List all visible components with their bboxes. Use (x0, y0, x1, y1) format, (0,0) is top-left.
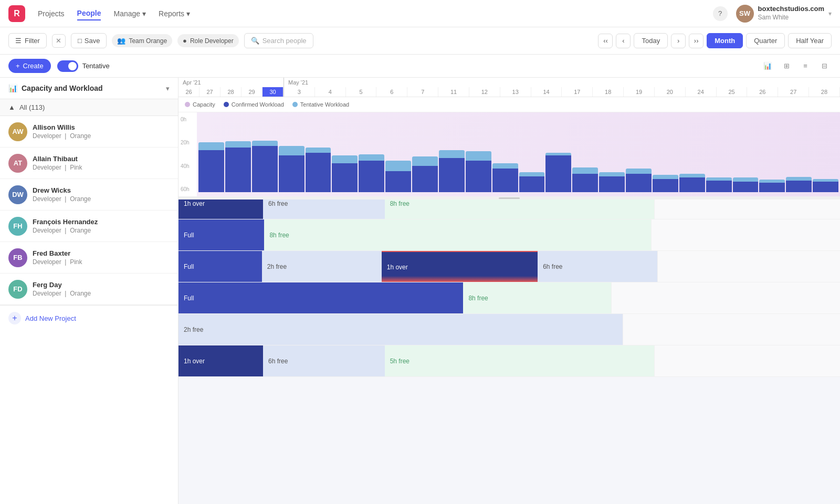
confirmed-bar-segment (733, 182, 759, 192)
segment-empty (651, 219, 840, 250)
person-star-button[interactable]: ☆ (142, 188, 155, 201)
person-star-button[interactable]: ☆ (142, 220, 155, 233)
chart-view-button[interactable]: 📊 (760, 59, 775, 74)
chart-bar (225, 141, 251, 192)
nav-people[interactable]: People (77, 7, 101, 20)
confirmed-bar-segment (385, 171, 411, 192)
chart-bar (412, 156, 438, 192)
help-button[interactable]: ? (713, 6, 728, 21)
chevron-down-icon: ▾ (142, 9, 146, 18)
person-expand-button[interactable]: ▾ (157, 157, 170, 170)
segment-free-green: 8h free (264, 219, 651, 250)
chart-bar (706, 177, 732, 192)
confirmed-bar-segment (225, 148, 251, 192)
person-expand-button[interactable]: ▾ (157, 251, 170, 264)
date-cell: 5 (346, 87, 377, 97)
date-cell: 12 (469, 87, 500, 97)
list-view-button[interactable]: ≡ (798, 59, 813, 74)
person-avatar: FB (8, 248, 27, 267)
save-button[interactable]: □ Save (71, 33, 107, 48)
tentative-bar-segment (412, 156, 438, 166)
role-filter-tag[interactable]: ● Role Developer (177, 34, 239, 47)
segment-full: Full (178, 219, 264, 250)
close-filter-button[interactable]: ✕ (52, 34, 66, 48)
person-row-ferg-day[interactable]: FD Ferg Day Developer | Orange ⋯ ☆ ▾ (0, 274, 178, 305)
prev-button[interactable]: ‹ (616, 34, 631, 48)
team-filter-tag[interactable]: 👥 Team Orange (112, 34, 172, 47)
person-more-button[interactable]: ⋯ (128, 188, 140, 201)
person-star-button[interactable]: ☆ (142, 283, 155, 296)
filter-button[interactable]: ☰ Filter (8, 33, 47, 48)
add-project-button[interactable]: + Add New Project (0, 305, 178, 331)
person-expand-button[interactable]: ▾ (157, 125, 170, 138)
person-row-allain-thibaut[interactable]: AT Allain Thibaut Developer | Pink ⋯ ☆ ▾ (0, 148, 178, 179)
nav-projects[interactable]: Projects (38, 7, 65, 20)
person-expand-button[interactable]: ▾ (157, 188, 170, 201)
date-cell: 29 (242, 87, 262, 97)
workload-scroll-area[interactable]: 1h over6h free8h freeFull8h freeFull2h f… (178, 188, 840, 504)
person-star-button[interactable]: ☆ (142, 157, 155, 170)
tentative-bar-segment (786, 177, 812, 181)
tentative-bar-segment (519, 172, 545, 176)
confirmed-bar-segment (279, 155, 304, 192)
capacity-chevron-down[interactable]: ▾ (166, 85, 170, 92)
capacity-legend-dot (185, 102, 190, 107)
view-halfyear-button[interactable]: Half Year (788, 33, 832, 48)
user-menu[interactable]: SW boxtechstudios.com Sam White ▾ (736, 5, 832, 23)
next-button[interactable]: › (671, 34, 686, 48)
next-next-button[interactable]: ›› (689, 34, 704, 48)
date-cell: 26 (178, 87, 200, 97)
confirmed-bar-segment (519, 176, 545, 192)
date-cell: 28 (809, 87, 840, 97)
y-axis-label: 0h (181, 117, 195, 122)
view-quarter-button[interactable]: Quarter (746, 33, 785, 48)
options-view-button[interactable]: ⊟ (817, 59, 832, 74)
view-month-button[interactable]: Month (707, 33, 743, 48)
person-more-button[interactable]: ⋯ (128, 283, 140, 296)
confirmed-legend: Confirmed Workload (224, 101, 284, 108)
tentative-bar-segment (492, 163, 518, 169)
save-icon: □ (78, 37, 82, 45)
date-cell: 18 (593, 87, 624, 97)
person-star-button[interactable]: ☆ (142, 251, 155, 264)
person-more-button[interactable]: ⋯ (128, 220, 140, 233)
person-row-fred-baxter[interactable]: FB Fred Baxter Developer | Pink ⋯ ☆ ▾ (0, 242, 178, 274)
person-more-button[interactable]: ⋯ (128, 157, 140, 170)
person-star-button[interactable]: ☆ (142, 125, 155, 138)
person-info: Allain Thibaut Developer | Pink (33, 155, 128, 171)
person-more-button[interactable]: ⋯ (128, 251, 140, 264)
prev-prev-button[interactable]: ‹‹ (598, 34, 613, 48)
create-button[interactable]: + Create (8, 59, 51, 73)
tentative-toggle[interactable] (57, 60, 78, 72)
confirmed-bar-segment (252, 146, 278, 192)
tentative-bar-segment (198, 142, 224, 150)
chart-resize-handle[interactable] (178, 196, 840, 200)
all-group-header[interactable]: ▲ All (113) (0, 99, 178, 116)
nav-manage[interactable]: Manage ▾ (113, 7, 146, 20)
all-group-label: All (113) (19, 103, 45, 111)
tentative-bar-segment (306, 148, 331, 153)
tentative-bar-segment (359, 154, 384, 161)
workload-row-ferg-day: 1h over6h free5h free (178, 345, 840, 377)
search-people-input[interactable]: 🔍 Search people (244, 33, 313, 48)
person-name: François Hernandez (33, 218, 128, 226)
date-cell: 28 (220, 87, 242, 97)
capacity-legend: Capacity (185, 101, 215, 108)
segment-free: 6h free (538, 251, 657, 282)
person-row-francois-hernandez[interactable]: FH François Hernandez Developer | Orange… (0, 211, 178, 242)
chart-bar (306, 148, 331, 192)
segment-free-green: 5h free (385, 345, 655, 376)
confirmed-bar-segment (786, 181, 812, 192)
board-view-button[interactable]: ⊞ (779, 59, 794, 74)
person-more-button[interactable]: ⋯ (128, 125, 140, 138)
today-button[interactable]: Today (634, 33, 668, 48)
person-expand-button[interactable]: ▾ (157, 220, 170, 233)
workload-cells: Full8h free (178, 219, 840, 250)
nav-reports[interactable]: Reports ▾ (159, 7, 190, 20)
person-expand-button[interactable]: ▾ (157, 283, 170, 296)
person-row-drew-wicks[interactable]: DW Drew Wicks Developer | Orange ⋯ ☆ ▾ (0, 179, 178, 211)
person-avatar: FH (8, 217, 27, 236)
right-panel: Apr '21 2627282930 May '21 3456711121314… (178, 78, 840, 504)
person-row-allison-willis[interactable]: AW Allison Willis Developer | Orange ⋯ ☆… (0, 116, 178, 148)
date-cell: 24 (686, 87, 717, 97)
